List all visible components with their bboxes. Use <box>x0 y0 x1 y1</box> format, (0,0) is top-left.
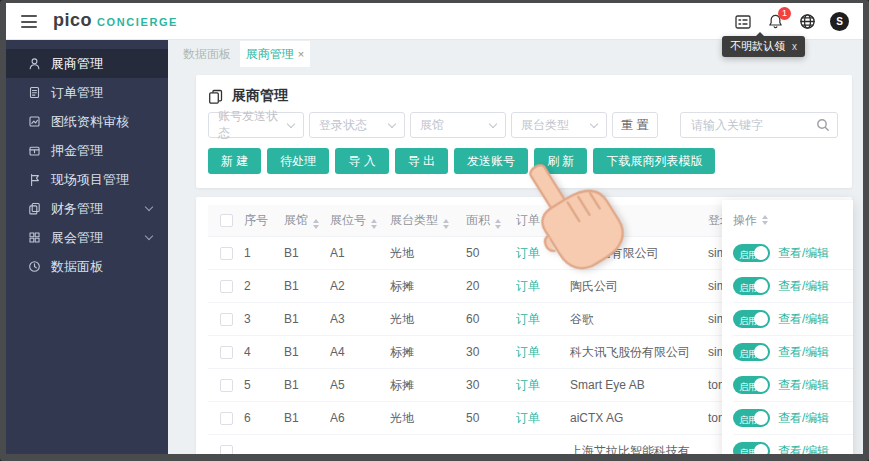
sidebar-item[interactable]: 现场项目管理 <box>6 165 168 194</box>
sidebar-item[interactable]: 展商管理 <box>6 49 168 78</box>
status-toggle[interactable]: 启用 <box>733 442 770 454</box>
cell-area: 30 <box>466 345 516 359</box>
order-link[interactable]: 订单 <box>516 378 540 392</box>
cell-no: 5 <box>244 378 284 392</box>
cell-type: 标摊 <box>390 278 466 295</box>
cell-area: 60 <box>466 312 516 326</box>
row-checkbox[interactable] <box>220 379 233 392</box>
sidebar-item[interactable]: 图纸资料审核 <box>6 107 168 136</box>
search-input[interactable] <box>680 112 838 138</box>
documents-icon <box>208 89 223 104</box>
status-toggle[interactable]: 启用 <box>733 409 770 427</box>
column-label: 序号 <box>244 213 268 227</box>
cell-order: 订单 <box>516 344 570 361</box>
view-edit-link[interactable]: 查看/编辑 <box>778 311 829 328</box>
notifications-bell-icon[interactable]: 1 <box>766 13 784 31</box>
user-avatar[interactable]: S <box>830 12 849 31</box>
operation-column-header: 操作 <box>733 205 853 235</box>
sort-caret-icon[interactable] <box>371 219 377 229</box>
status-toggle[interactable]: 启用 <box>733 310 770 328</box>
sort-caret-icon[interactable] <box>443 219 449 229</box>
tab-close-icon[interactable]: × <box>298 48 304 60</box>
cell-no: 6 <box>244 411 284 425</box>
view-edit-link[interactable]: 查看/编辑 <box>778 443 829 455</box>
sidebar-item-label: 现场项目管理 <box>51 171 129 189</box>
claims-tooltip: 不明款认领 x <box>722 36 805 57</box>
hamburger-menu-icon[interactable] <box>21 15 37 28</box>
logo-concierge: CONCIERGE <box>97 16 178 28</box>
order-link[interactable]: 订单 <box>516 246 540 260</box>
cell-booth: A2 <box>330 279 390 293</box>
filter-placeholder: 展馆 <box>420 117 444 134</box>
order-link[interactable]: 订单 <box>516 279 540 293</box>
view-edit-link[interactable]: 查看/编辑 <box>778 278 829 295</box>
row-checkbox[interactable] <box>220 280 233 293</box>
sidebar-item[interactable]: 押金管理 <box>6 136 168 165</box>
filter-placeholder: 登录状态 <box>319 117 367 134</box>
sort-caret-icon[interactable] <box>313 219 319 229</box>
sort-caret-icon[interactable] <box>545 219 551 229</box>
sidebar-item-label: 押金管理 <box>51 142 103 160</box>
sort-caret-icon[interactable] <box>762 215 768 225</box>
order-link[interactable]: 订单 <box>516 312 540 326</box>
column-header-hall: 展馆 <box>284 212 330 229</box>
row-checkbox[interactable] <box>220 346 233 359</box>
action-button-导出[interactable]: 导 出 <box>395 148 448 174</box>
filter-select[interactable]: 展台类型 <box>511 112 607 138</box>
order-link[interactable]: 订单 <box>516 345 540 359</box>
cell-booth: A5 <box>330 378 390 392</box>
tooltip-close-icon[interactable]: x <box>792 41 797 52</box>
notification-badge: 1 <box>778 7 791 20</box>
logo-pico: pico <box>53 10 92 31</box>
sort-caret-icon[interactable] <box>611 219 617 229</box>
action-button-下载展商列表模版[interactable]: 下载展商列表模版 <box>593 148 715 174</box>
sidebar-item[interactable]: 财务管理 <box>6 194 168 223</box>
reset-button[interactable]: 重 置 <box>612 112 658 138</box>
operation-row: 启用查看/编辑 <box>733 270 853 303</box>
row-checkbox-cell <box>208 280 244 293</box>
view-edit-link[interactable]: 查看/编辑 <box>778 410 829 427</box>
status-toggle[interactable]: 启用 <box>733 277 770 295</box>
filter-select[interactable]: 展馆 <box>410 112 506 138</box>
cell-hall: B1 <box>284 411 330 425</box>
action-button-新建[interactable]: 新 建 <box>208 148 261 174</box>
tab-展商管理[interactable]: 展商管理× <box>240 41 310 67</box>
toggle-knob <box>754 378 768 392</box>
order-link[interactable]: 订单 <box>516 411 540 425</box>
order-icon <box>28 86 41 99</box>
sidebar-item[interactable]: 订单管理 <box>6 78 168 107</box>
select-all-checkbox[interactable] <box>220 214 233 227</box>
action-button-发送账号[interactable]: 发送账号 <box>454 148 528 174</box>
sidebar-item-label: 展会管理 <box>51 229 103 247</box>
toggle-knob <box>754 345 768 359</box>
cell-booth: A1 <box>330 246 390 260</box>
toggle-knob <box>754 246 768 260</box>
filter-select[interactable]: 账号发送状态 <box>208 112 304 138</box>
toggle-knob <box>754 279 768 293</box>
view-edit-link[interactable]: 查看/编辑 <box>778 245 829 262</box>
status-toggle[interactable]: 启用 <box>733 376 770 394</box>
row-checkbox-cell <box>208 346 244 359</box>
status-toggle[interactable]: 启用 <box>733 244 770 262</box>
row-checkbox[interactable] <box>220 412 233 425</box>
cell-name: Smart Eye AB <box>570 378 708 392</box>
action-button-刷新[interactable]: 刷 新 <box>534 148 587 174</box>
action-button-导入[interactable]: 导 入 <box>335 148 388 174</box>
row-checkbox[interactable] <box>220 445 233 455</box>
cell-hall: B1 <box>284 378 330 392</box>
filter-select[interactable]: 登录状态 <box>309 112 405 138</box>
sidebar-item-label: 订单管理 <box>51 84 103 102</box>
tab-数据面板[interactable]: 数据面板 <box>176 41 238 67</box>
toggle-knob <box>754 444 768 454</box>
view-edit-link[interactable]: 查看/编辑 <box>778 377 829 394</box>
row-checkbox[interactable] <box>220 313 233 326</box>
claims-list-icon[interactable] <box>734 13 752 31</box>
view-edit-link[interactable]: 查看/编辑 <box>778 344 829 361</box>
sort-caret-icon[interactable] <box>495 219 501 229</box>
sidebar-item[interactable]: 数据面板 <box>6 252 168 281</box>
action-button-待处理[interactable]: 待处理 <box>267 148 329 174</box>
status-toggle[interactable]: 启用 <box>733 343 770 361</box>
row-checkbox[interactable] <box>220 247 233 260</box>
sidebar-item[interactable]: 展会管理 <box>6 223 168 252</box>
language-globe-icon[interactable] <box>798 13 816 31</box>
